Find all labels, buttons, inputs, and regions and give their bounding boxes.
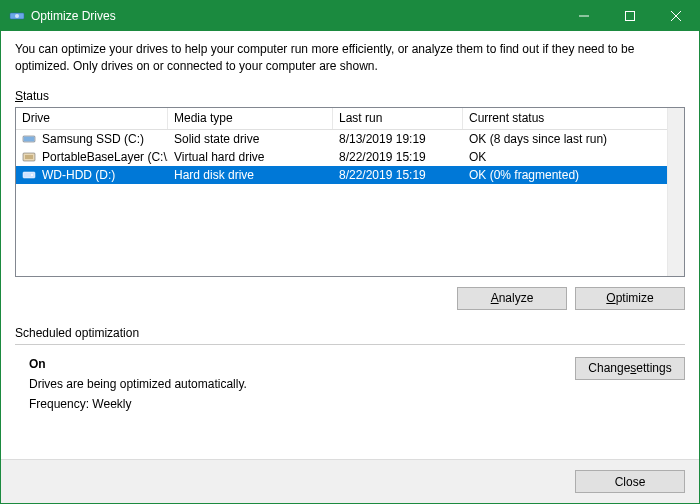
client-area: You can optimize your drives to help you… [1,31,699,459]
status-label: Status [15,89,685,103]
drive-media: Virtual hard drive [168,149,333,165]
svg-rect-7 [24,137,34,141]
column-status[interactable]: Current status [463,108,667,129]
drives-listview[interactable]: Drive Media type Last run Current status… [15,107,685,277]
dialog-footer: Close [1,459,699,503]
listview-body: Samsung SSD (C:)Solid state drive8/13/20… [16,130,667,276]
drive-icon [22,151,38,163]
titlebar[interactable]: Optimize Drives [1,1,699,31]
schedule-frequency: Frequency: Weekly [29,397,575,411]
drive-name: WD-HDD (D:) [42,168,115,182]
column-last-run[interactable]: Last run [333,108,463,129]
svg-point-11 [31,174,33,176]
minimize-button[interactable] [561,1,607,31]
maximize-button[interactable] [607,1,653,31]
optimize-button[interactable]: Optimize [575,287,685,310]
column-drive[interactable]: Drive [16,108,168,129]
drive-last-run: 8/13/2019 19:19 [333,131,463,147]
drive-last-run: 8/22/2019 15:19 [333,167,463,183]
svg-rect-10 [23,172,35,178]
analyze-button[interactable]: Analyze [457,287,567,310]
scheduled-optimization-section: On Drives are being optimized automatica… [15,344,685,417]
description-text: You can optimize your drives to help you… [15,41,685,75]
drive-icon [22,169,38,181]
drive-row[interactable]: WD-HDD (D:)Hard disk drive8/22/2019 15:1… [16,166,667,184]
schedule-description: Drives are being optimized automatically… [29,377,575,391]
drive-row[interactable]: PortableBaseLayer (C:\...Virtual hard dr… [16,148,667,166]
app-icon [9,8,25,24]
scheduled-optimization-label: Scheduled optimization [15,326,685,340]
action-buttons-row: Analyze Optimize [15,287,685,310]
window-title: Optimize Drives [31,9,561,23]
drive-status: OK [463,149,667,165]
drive-name: PortableBaseLayer (C:\... [42,150,168,164]
drive-last-run: 8/22/2019 15:19 [333,149,463,165]
drive-media: Hard disk drive [168,167,333,183]
svg-rect-9 [25,155,33,159]
svg-point-1 [15,14,19,18]
drive-status: OK (8 days since last run) [463,131,667,147]
svg-rect-3 [626,12,635,21]
drive-media: Solid state drive [168,131,333,147]
drive-name: Samsung SSD (C:) [42,132,144,146]
drive-row[interactable]: Samsung SSD (C:)Solid state drive8/13/20… [16,130,667,148]
listview-header[interactable]: Drive Media type Last run Current status [16,108,667,130]
column-media[interactable]: Media type [168,108,333,129]
optimize-drives-window: Optimize Drives You can optimize your dr… [0,0,700,504]
drive-icon [22,133,38,145]
schedule-state: On [29,357,575,371]
vertical-scrollbar[interactable] [667,108,684,276]
change-settings-button[interactable]: Change settings [575,357,685,380]
close-dialog-button[interactable]: Close [575,470,685,493]
close-button[interactable] [653,1,699,31]
drive-status: OK (0% fragmented) [463,167,667,183]
